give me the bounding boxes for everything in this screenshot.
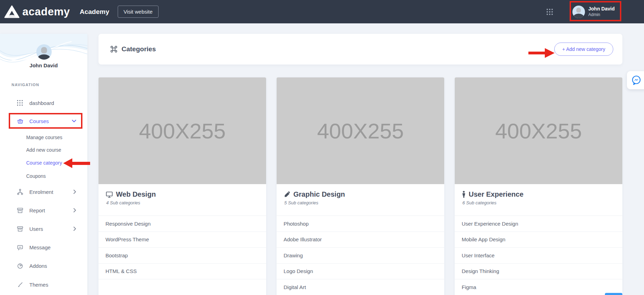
sidebar-item-label: Message [29, 244, 51, 250]
sidebar-item-message[interactable]: Message [0, 242, 87, 252]
sidebar-item-coupons[interactable]: Coupons [0, 171, 87, 181]
category-title: User Experience [469, 190, 524, 198]
user-profile-menu[interactable]: John David Admin [569, 3, 621, 20]
categories-command-icon [110, 45, 118, 53]
sidebar-item-label: Enrolment [29, 189, 53, 195]
sidebar-item-label: Add new course [26, 147, 61, 153]
messenger-chat-button[interactable] [627, 71, 644, 89]
sidebar-item-report[interactable]: Report [0, 205, 87, 215]
sidebar-item-label: Report [29, 207, 45, 213]
site-name: Academy [80, 8, 109, 16]
category-title: Web Design [116, 190, 156, 198]
enrolment-hierarchy-icon [17, 189, 24, 195]
chevron-down-icon [72, 120, 76, 122]
sidebar-item-label: Users [29, 226, 43, 232]
sidebar-item-add-new-course[interactable]: Add new course [0, 145, 87, 155]
sidebar-item-enrolment[interactable]: Enrolment [0, 187, 87, 197]
person-icon [462, 191, 466, 198]
subcategory-row: WordPress Theme [98, 232, 266, 248]
pencil-icon [284, 191, 291, 198]
page-title: Categories [122, 45, 156, 53]
category-subtitle: 6 Sub categories [462, 200, 615, 205]
sidebar-item-label: Course category [26, 160, 62, 166]
dashboard-icon [17, 100, 24, 106]
sidebar-profile-name: John David [0, 62, 87, 68]
monitor-icon [105, 191, 113, 198]
subcategory-row: User Experience Design [455, 216, 622, 232]
logo-text: academy [22, 6, 70, 18]
subcategory-row: Bootstrap [98, 248, 266, 264]
logo-triangle-icon [4, 5, 20, 18]
page-header-card: Categories + Add new category [98, 34, 622, 65]
subcategory-row: Design Thinking [455, 264, 622, 280]
addons-pie-icon [17, 263, 24, 269]
category-card-web-design: 400X255 Web Design 4 Sub categories Resp… [98, 77, 266, 295]
category-card-graphic-design: 400X255 Graphic Design 5 Sub categories … [277, 77, 444, 295]
nav-section-label: NAVIGATION [12, 83, 39, 87]
courses-basket-icon [17, 118, 24, 124]
subcategory-row: Logo Design [277, 264, 444, 280]
category-card-user-experience: 400X255 User Experience 6 Sub categories… [455, 77, 622, 295]
subcategory-row: Responsive Design [98, 216, 266, 232]
user-avatar [572, 6, 585, 18]
sidebar: John David NAVIGATION dashboard Courses … [0, 34, 87, 295]
sidebar-item-label: Courses [29, 118, 49, 124]
sidebar-item-label: Addons [29, 263, 47, 269]
top-navbar: academy Academy Visit website John David… [0, 0, 644, 23]
add-new-category-button[interactable]: + Add new category [554, 43, 613, 56]
placeholder-text: 400X255 [495, 119, 582, 143]
subcategory-row: HTML & CSS [98, 264, 266, 280]
placeholder-text: 400X255 [317, 119, 404, 143]
users-archive-icon [17, 226, 24, 232]
user-role: Admin [588, 12, 615, 17]
sidebar-item-themes[interactable]: Themes [0, 279, 87, 290]
scroll-top-button[interactable] [605, 293, 622, 295]
subcategory-row: Figma [455, 279, 622, 295]
messenger-icon [631, 75, 642, 86]
visit-website-button[interactable]: Visit website [118, 6, 159, 18]
themes-brush-icon [17, 281, 24, 288]
message-chat-icon [17, 244, 24, 251]
category-image-placeholder: 400X255 [277, 77, 444, 184]
chevron-right-icon [73, 208, 76, 212]
sidebar-item-label: dashboard [29, 100, 54, 106]
apps-grid-icon[interactable] [546, 8, 554, 16]
sidebar-item-label: Manage courses [26, 135, 63, 140]
sidebar-item-users[interactable]: Users [0, 224, 87, 234]
app-logo[interactable]: academy [4, 5, 70, 18]
subcategory-row: Mobile App Design [455, 232, 622, 248]
category-subtitle: 4 Sub categories [106, 200, 259, 205]
subcategory-row: Digital Art [277, 279, 444, 295]
subcategory-row: Adobe Illustrator [277, 232, 444, 248]
sidebar-item-addons[interactable]: Addons [0, 260, 87, 271]
category-image-placeholder: 400X255 [455, 77, 622, 184]
sidebar-item-course-category[interactable]: Course category [0, 158, 87, 168]
sidebar-item-dashboard[interactable]: dashboard [0, 98, 87, 108]
category-title: Graphic Design [293, 190, 345, 198]
category-image-placeholder: 400X255 [98, 77, 266, 184]
sidebar-item-label: Themes [29, 282, 48, 288]
placeholder-text: 400X255 [139, 119, 226, 143]
subcategory-row: Drawing [277, 248, 444, 264]
sidebar-item-courses[interactable]: Courses [0, 116, 87, 126]
sidebar-item-manage-courses[interactable]: Manage courses [0, 132, 87, 143]
chevron-right-icon [73, 227, 76, 231]
sidebar-item-label: Coupons [26, 173, 46, 179]
user-name: John David [588, 6, 615, 12]
subcategory-row: Photoshop [277, 216, 444, 232]
category-subtitle: 5 Sub categories [284, 200, 437, 205]
report-archive-icon [17, 207, 24, 214]
chevron-right-icon [73, 190, 76, 194]
subcategory-row: User Interface [455, 248, 622, 264]
sidebar-avatar [36, 44, 52, 60]
